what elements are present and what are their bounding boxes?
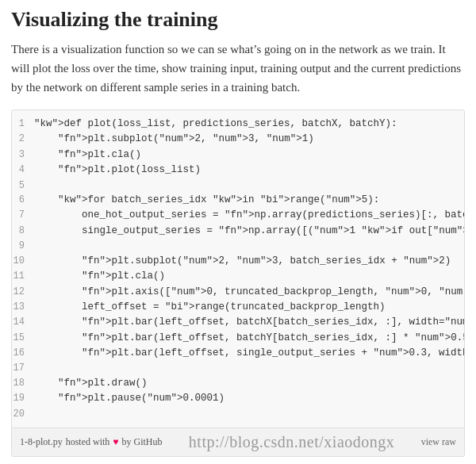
- table-row: 14 "fn">plt.bar(left_offset, batchX[batc…: [12, 315, 464, 330]
- line-number: 8: [12, 224, 34, 239]
- heart-icon: ♥: [113, 436, 118, 448]
- line-code: "kw">for batch_series_idx "kw">in "bi">r…: [34, 193, 458, 208]
- line-code: "fn">plt.subplot("num">2, "num">3, "num"…: [34, 132, 458, 147]
- line-number: 5: [12, 178, 34, 194]
- filename: 1-8-plot.py: [20, 436, 63, 448]
- table-row: 20: [12, 407, 464, 422]
- line-number: 9: [12, 239, 34, 254]
- line-number: 1: [12, 117, 34, 132]
- footer-bar: 1-8-plot.py hosted with ♥ by GitHub http…: [12, 428, 464, 456]
- table-row: 1"kw">def plot(loss_list, predictions_se…: [12, 117, 464, 132]
- line-code: "fn">plt.draw(): [34, 376, 458, 391]
- line-number: 3: [12, 148, 34, 163]
- by-github: by GitHub: [121, 436, 162, 448]
- line-number: 19: [12, 391, 34, 406]
- line-code: one_hot_output_series = "fn">np.array(pr…: [34, 208, 464, 223]
- footer-left: 1-8-plot.py hosted with ♥ by GitHub: [20, 436, 162, 448]
- table-row: 7 one_hot_output_series = "fn">np.array(…: [12, 208, 464, 223]
- table-row: 3 "fn">plt.cla(): [12, 148, 464, 163]
- line-code: "kw">def plot(loss_list, predictions_ser…: [34, 117, 458, 132]
- table-row: 4 "fn">plt.plot(loss_list): [12, 163, 464, 178]
- table-row: 16 "fn">plt.bar(left_offset, single_outp…: [12, 346, 464, 361]
- blog-url[interactable]: http://blog.csdn.net/xiaodongx: [189, 433, 394, 451]
- line-code: "fn">plt.cla(): [34, 148, 458, 163]
- table-row: 8 single_output_series = "fn">np.array([…: [12, 224, 464, 239]
- line-number: 15: [12, 331, 34, 346]
- table-row: 19 "fn">plt.pause("num">0.0001): [12, 391, 464, 406]
- line-number: 17: [12, 361, 34, 376]
- line-number: 11: [12, 269, 34, 284]
- line-number: 18: [12, 376, 34, 391]
- table-row: 17: [12, 361, 464, 376]
- hosted-with: hosted with: [66, 436, 110, 448]
- table-row: 13 left_offset = "bi">range(truncated_ba…: [12, 300, 464, 315]
- table-row: 11 "fn">plt.cla(): [12, 269, 464, 284]
- table-row: 6 "kw">for batch_series_idx "kw">in "bi"…: [12, 193, 464, 208]
- line-code: single_output_series = "fn">np.array([("…: [34, 224, 464, 239]
- table-row: 9: [12, 239, 464, 254]
- table-row: 12 "fn">plt.axis(["num">0, truncated_bac…: [12, 285, 464, 300]
- line-number: 12: [12, 285, 34, 300]
- table-row: 5: [12, 178, 464, 194]
- line-number: 7: [12, 208, 34, 223]
- line-code: "fn">plt.bar(left_offset, single_output_…: [34, 346, 464, 361]
- line-number: 6: [12, 193, 34, 208]
- line-code: "fn">plt.pause("num">0.0001): [34, 391, 458, 406]
- description: There is a visualization function so we …: [11, 40, 465, 97]
- line-code: "fn">plt.axis(["num">0, truncated_backpr…: [34, 285, 464, 300]
- page-title: Visualizing the training: [11, 8, 465, 32]
- line-number: 16: [12, 346, 34, 361]
- line-code: "fn">plt.cla(): [34, 269, 458, 284]
- view-raw-link[interactable]: view raw: [421, 436, 456, 448]
- table-row: 2 "fn">plt.subplot("num">2, "num">3, "nu…: [12, 132, 464, 147]
- line-code: "fn">plt.subplot("num">2, "num">3, batch…: [34, 254, 458, 269]
- page-container: Visualizing the training There is a visu…: [0, 0, 476, 457]
- line-code: left_offset = "bi">range(truncated_backp…: [34, 300, 458, 315]
- line-number: 14: [12, 315, 34, 330]
- line-code: "fn">plt.bar(left_offset, batchX[batch_s…: [34, 315, 464, 330]
- code-block-wrapper: 1"kw">def plot(loss_list, predictions_se…: [11, 109, 465, 457]
- table-row: 18 "fn">plt.draw(): [12, 376, 464, 391]
- code-block: 1"kw">def plot(loss_list, predictions_se…: [12, 110, 464, 428]
- line-number: 20: [12, 407, 34, 422]
- line-code: "fn">plt.bar(left_offset, batchY[batch_s…: [34, 331, 464, 346]
- table-row: 10 "fn">plt.subplot("num">2, "num">3, ba…: [12, 254, 464, 269]
- line-number: 2: [12, 132, 34, 147]
- line-number: 4: [12, 163, 34, 178]
- line-number: 13: [12, 300, 34, 315]
- line-code: "fn">plt.plot(loss_list): [34, 163, 458, 178]
- line-number: 10: [12, 254, 34, 269]
- table-row: 15 "fn">plt.bar(left_offset, batchY[batc…: [12, 331, 464, 346]
